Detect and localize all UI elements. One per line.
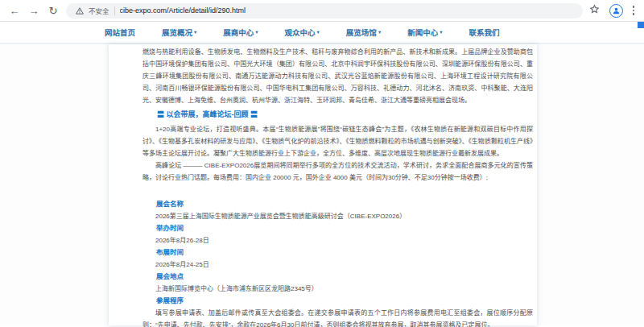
article-paragraph-summit-fee: 高峰论坛 ——— CIBE-EXPO2026展览期间将同期举行多项的全方位的技术…: [142, 159, 533, 184]
section-heading: 举办时间: [142, 222, 533, 234]
warning-icon: [76, 3, 84, 18]
section-value: 2026第三届上海国际生物质能源产业展览会暨生物质能高级研讨会（CIBE-EXP…: [142, 210, 533, 222]
section-value: 填写参展申请表、加盖后邮件或传真至大会组委会。在递交参展申请表的五个工作日内将参…: [142, 307, 533, 327]
url-divider: [114, 6, 115, 15]
nav-label: 观众中心: [285, 27, 316, 38]
chevron-down-icon: ▾: [440, 29, 442, 35]
section-heading: 展会名称: [142, 198, 533, 210]
nav-item-overview[interactable]: 展览概况 ▾: [162, 27, 196, 38]
article-column: 燃烧与热能利用设备、生物质发电、生物燃料及生产技术、秸秆与废弃物综合利用的新产品…: [109, 44, 537, 325]
nav-item-venue[interactable]: 展览场馆 ▾: [346, 27, 381, 38]
forum-section-heading: 〓 以会带展，高峰论坛-回顾 〓: [142, 109, 533, 121]
section-expo-name: 展会名称 2026第三届上海国际生物质能源产业展览会暨生物质能高级研讨会（CIB…: [142, 198, 533, 222]
nav-label: 联系我们: [469, 27, 499, 38]
reload-icon[interactable]: ↻: [47, 4, 60, 17]
bookmark-star-icon[interactable]: [589, 3, 600, 18]
article-paragraph-exhibitors: 燃烧与热能利用设备、生物质发电、生物燃料及生产技术、秸秆与废弃物综合利用的新产品…: [142, 46, 533, 106]
profile-avatar[interactable]: [609, 4, 623, 18]
nav-item-home[interactable]: 网站首页: [105, 27, 135, 38]
nav-label: 展览场馆: [346, 27, 377, 38]
address-bar[interactable]: 不安全 cibe-expo.com/Article/detail/id/290.…: [66, 3, 583, 19]
nav-label: 新闻中心: [407, 27, 438, 38]
expo-info-sections: 展会名称 2026第三届上海国际生物质能源产业展览会暨生物质能高级研讨会（CIB…: [142, 198, 533, 327]
section-heading: 参展程序: [142, 295, 533, 307]
browser-toolbar: ← → ↻ 不安全 cibe-expo.com/Article/detail/i…: [0, 0, 644, 22]
section-value: 2026年8月26-28日: [142, 234, 533, 246]
section-event-dates: 举办时间 2026年8月26-28日: [142, 222, 533, 246]
menu-dots-icon[interactable]: [633, 6, 635, 15]
section-heading: 布展时间: [142, 246, 533, 259]
floating-widget[interactable]: [638, 22, 644, 28]
security-label[interactable]: 不安全: [89, 6, 109, 15]
nav-label: 展商中心: [223, 27, 254, 38]
section-value: 2026年8月24-25日: [142, 259, 533, 271]
nav-label: 展览概况: [162, 27, 192, 38]
chevron-down-icon: ▾: [255, 29, 258, 35]
chevron-down-icon: ▾: [317, 29, 320, 35]
forward-icon[interactable]: →: [27, 4, 40, 17]
nav-item-news-center[interactable]: 新闻中心 ▾: [407, 27, 442, 38]
chevron-down-icon: ▾: [378, 29, 381, 35]
chevron-down-icon: ▾: [194, 29, 196, 35]
nav-label: 网站首页: [105, 27, 135, 38]
back-icon[interactable]: ←: [8, 4, 21, 17]
page-background: 燃烧与热能利用设备、生物质发电、生物燃料及生产技术、秸秆与废弃物综合利用的新产品…: [0, 44, 644, 325]
toolbar-right-icons: [589, 3, 637, 18]
article-paragraph-forums: 1+20高端专业论坛，打造视听盛典。本届“生物质能源展”将围绕“碳链生态峰会”为…: [142, 123, 533, 159]
section-value: 上海新国际博览中心（上海市浦东新区区龙阳路2345号）: [142, 283, 533, 295]
section-heading: 展会地点: [142, 271, 533, 283]
site-navbar: 网站首页 展览概况 ▾ 展商中心 ▾ 观众中心 ▾ 展览场馆 ▾ 新闻中心 ▾ …: [0, 22, 644, 44]
url-text[interactable]: cibe-expo.com/Article/detail/id/290.html: [120, 6, 246, 14]
nav-item-visitor-center[interactable]: 观众中心 ▾: [285, 27, 320, 38]
nav-item-exhibitor-center[interactable]: 展商中心 ▾: [223, 27, 258, 38]
section-procedure: 参展程序 填写参展申请表、加盖后邮件或传真至大会组委会。在递交参展申请表的五个工…: [142, 295, 533, 327]
section-venue: 展会地点 上海新国际博览中心（上海市浦东新区区龙阳路2345号）: [142, 271, 533, 295]
nav-item-contact[interactable]: 联系我们: [469, 27, 499, 38]
section-setup-dates: 布展时间 2026年8月24-25日: [142, 246, 533, 271]
